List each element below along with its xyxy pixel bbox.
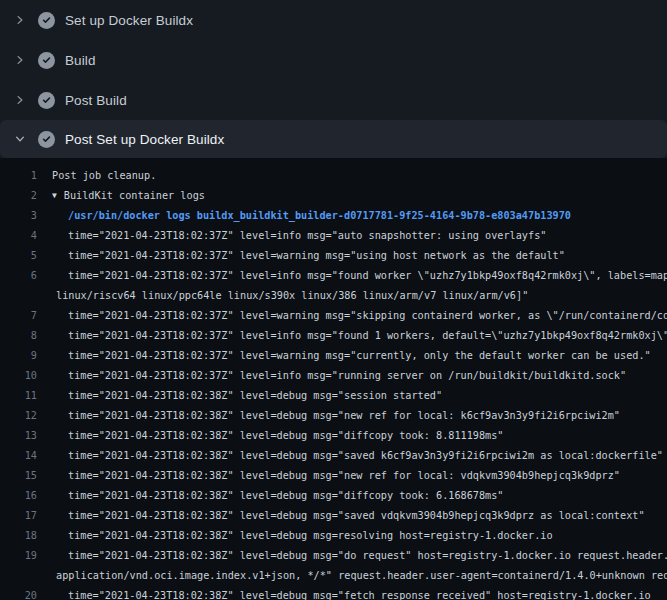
line-number[interactable]: 14 xyxy=(0,446,37,466)
log-text: time="2021-04-23T18:02:37Z" level=warnin… xyxy=(52,346,651,366)
chevron-down-icon[interactable] xyxy=(12,131,28,147)
line-number[interactable]: 20 xyxy=(0,586,37,600)
check-circle-icon xyxy=(38,92,55,109)
log-line: 4time="2021-04-23T18:02:37Z" level=info … xyxy=(0,226,667,246)
line-number[interactable]: 9 xyxy=(0,346,37,366)
command-text: /usr/bin/docker logs buildx_buildkit_bui… xyxy=(52,206,571,226)
log-line: 1Post job cleanup. xyxy=(0,166,667,186)
log-line: 8time="2021-04-23T18:02:37Z" level=info … xyxy=(0,326,667,346)
log-text: time="2021-04-23T18:02:38Z" level=debug … xyxy=(52,386,442,406)
line-number[interactable]: 3 xyxy=(0,206,37,226)
log-line: application/vnd.oci.image.index.v1+json,… xyxy=(0,566,667,586)
line-number[interactable]: 16 xyxy=(0,486,37,506)
log-viewer: 1Post job cleanup.2▼BuildKit container l… xyxy=(0,158,667,600)
check-circle-icon xyxy=(38,52,55,69)
log-text: time="2021-04-23T18:02:37Z" level=warnin… xyxy=(52,306,667,326)
step-title: Post Build xyxy=(65,93,127,108)
log-text: time="2021-04-23T18:02:38Z" level=debug … xyxy=(52,446,663,466)
log-line: 6time="2021-04-23T18:02:37Z" level=info … xyxy=(0,266,667,286)
steps-zone: Set up Docker BuildxBuildPost BuildPost … xyxy=(0,0,667,158)
line-number[interactable]: 6 xyxy=(0,266,37,286)
log-line: 18time="2021-04-23T18:02:38Z" level=debu… xyxy=(0,526,667,546)
log-line: 5time="2021-04-23T18:02:37Z" level=warni… xyxy=(0,246,667,266)
log-text: time="2021-04-23T18:02:37Z" level=warnin… xyxy=(52,246,565,266)
line-number[interactable]: 8 xyxy=(0,326,37,346)
check-circle-icon xyxy=(38,12,55,29)
log-line: 15time="2021-04-23T18:02:38Z" level=debu… xyxy=(0,466,667,486)
step-title: Set up Docker Buildx xyxy=(65,13,193,28)
line-number[interactable]: 1 xyxy=(0,166,37,186)
log-text: time="2021-04-23T18:02:37Z" level=info m… xyxy=(52,226,546,246)
log-text: time="2021-04-23T18:02:38Z" level=debug … xyxy=(52,546,667,566)
line-number[interactable]: 15 xyxy=(0,466,37,486)
log-text: application/vnd.oci.image.index.v1+json,… xyxy=(52,566,667,586)
line-number[interactable]: 17 xyxy=(0,506,37,526)
step-title: Build xyxy=(65,53,96,68)
log-text: time="2021-04-23T18:02:38Z" level=debug … xyxy=(52,426,503,446)
log-text: time="2021-04-23T18:02:37Z" level=info m… xyxy=(52,366,626,386)
log-text: time="2021-04-23T18:02:38Z" level=debug … xyxy=(52,466,620,486)
line-number[interactable]: 10 xyxy=(0,366,37,386)
log-line: 3/usr/bin/docker logs buildx_buildkit_bu… xyxy=(0,206,667,226)
step-row-post-set-up-docker-buildx[interactable]: Post Set up Docker Buildx xyxy=(0,120,667,158)
steps-list: Set up Docker BuildxBuildPost BuildPost … xyxy=(0,0,667,158)
log-text: linux/riscv64 linux/ppc64le linux/s390x … xyxy=(52,286,528,306)
log-lines: 1Post job cleanup.2▼BuildKit container l… xyxy=(0,166,667,600)
line-number[interactable]: 7 xyxy=(0,306,37,326)
line-number[interactable]: 19 xyxy=(0,546,37,566)
log-text: time="2021-04-23T18:02:38Z" level=debug … xyxy=(52,486,503,506)
step-row-set-up-docker-buildx[interactable]: Set up Docker Buildx xyxy=(0,0,667,40)
check-circle-icon xyxy=(38,131,55,148)
log-text: time="2021-04-23T18:02:38Z" level=debug … xyxy=(52,506,645,526)
log-line: 14time="2021-04-23T18:02:38Z" level=debu… xyxy=(0,446,667,466)
line-number[interactable]: 2 xyxy=(0,186,37,206)
chevron-right-icon[interactable] xyxy=(12,12,28,28)
line-number xyxy=(0,566,37,586)
line-number[interactable]: 13 xyxy=(0,426,37,446)
log-line: linux/riscv64 linux/ppc64le linux/s390x … xyxy=(0,286,667,306)
group-collapse-marker-icon[interactable]: ▼ xyxy=(52,186,57,206)
log-line: 11time="2021-04-23T18:02:38Z" level=debu… xyxy=(0,386,667,406)
chevron-right-icon[interactable] xyxy=(12,92,28,108)
log-line: 20time="2021-04-23T18:02:38Z" level=debu… xyxy=(0,586,667,600)
step-title: Post Set up Docker Buildx xyxy=(65,132,224,147)
log-line: 7time="2021-04-23T18:02:37Z" level=warni… xyxy=(0,306,667,326)
log-line: 2▼BuildKit container logs xyxy=(0,186,667,206)
log-line: 9time="2021-04-23T18:02:37Z" level=warni… xyxy=(0,346,667,366)
log-line: 13time="2021-04-23T18:02:38Z" level=debu… xyxy=(0,426,667,446)
group-title[interactable]: BuildKit container logs xyxy=(64,190,205,201)
log-line: 17time="2021-04-23T18:02:38Z" level=debu… xyxy=(0,506,667,526)
line-number[interactable]: 4 xyxy=(0,226,37,246)
line-number[interactable]: 18 xyxy=(0,526,37,546)
log-line: 10time="2021-04-23T18:02:37Z" level=info… xyxy=(0,366,667,386)
line-number[interactable]: 12 xyxy=(0,406,37,426)
log-text: time="2021-04-23T18:02:37Z" level=info m… xyxy=(52,326,667,346)
log-text: time="2021-04-23T18:02:38Z" level=debug … xyxy=(52,406,620,426)
log-text: Post job cleanup. xyxy=(52,166,156,186)
log-text: ▼BuildKit container logs xyxy=(52,186,205,206)
log-line: 16time="2021-04-23T18:02:38Z" level=debu… xyxy=(0,486,667,506)
line-number[interactable]: 5 xyxy=(0,246,37,266)
line-number xyxy=(0,286,37,306)
log-line: 12time="2021-04-23T18:02:38Z" level=debu… xyxy=(0,406,667,426)
log-text: time="2021-04-23T18:02:38Z" level=debug … xyxy=(52,586,651,600)
chevron-right-icon[interactable] xyxy=(12,52,28,68)
line-number[interactable]: 11 xyxy=(0,386,37,406)
step-row-build[interactable]: Build xyxy=(0,40,667,80)
step-row-post-build[interactable]: Post Build xyxy=(0,80,667,120)
log-text: time="2021-04-23T18:02:38Z" level=debug … xyxy=(52,526,553,546)
log-text: time="2021-04-23T18:02:37Z" level=info m… xyxy=(52,266,667,286)
log-line: 19time="2021-04-23T18:02:38Z" level=debu… xyxy=(0,546,667,566)
